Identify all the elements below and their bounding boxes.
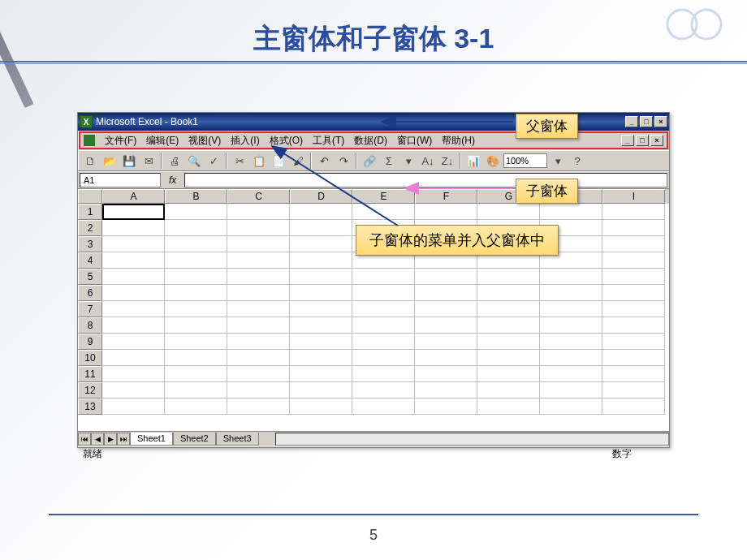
cell[interactable] xyxy=(352,382,415,398)
cell[interactable] xyxy=(227,204,290,220)
cell[interactable] xyxy=(290,382,352,398)
name-box[interactable]: A1 xyxy=(80,173,161,187)
cell[interactable] xyxy=(165,366,227,382)
help-icon[interactable]: ? xyxy=(568,152,586,170)
cell[interactable] xyxy=(415,334,477,350)
tab-prev-icon[interactable]: ◀ xyxy=(91,433,104,446)
menu-help[interactable]: 帮助(H) xyxy=(437,134,480,148)
cell[interactable] xyxy=(165,204,227,220)
cell[interactable] xyxy=(602,366,665,382)
cell[interactable] xyxy=(227,350,290,366)
cell[interactable] xyxy=(540,285,602,301)
cell[interactable] xyxy=(352,269,415,285)
col-header[interactable]: B xyxy=(165,189,227,204)
autosum-icon[interactable]: Σ xyxy=(380,152,398,170)
menu-data[interactable]: 数据(D) xyxy=(349,134,392,148)
save-icon[interactable]: 💾 xyxy=(120,152,138,170)
cell[interactable] xyxy=(352,366,415,382)
redo-icon[interactable]: ↷ xyxy=(335,152,352,170)
zoom-combo[interactable]: 100% xyxy=(503,153,547,168)
copy-icon[interactable]: 📋 xyxy=(250,152,268,170)
cell[interactable] xyxy=(290,285,352,301)
cell[interactable] xyxy=(290,236,352,252)
close-button[interactable]: × xyxy=(654,116,667,127)
chart-icon[interactable]: 📊 xyxy=(464,152,482,170)
cell[interactable] xyxy=(227,252,290,269)
cell[interactable] xyxy=(165,350,227,366)
cell[interactable] xyxy=(352,285,415,301)
cell[interactable] xyxy=(477,350,540,366)
cell[interactable] xyxy=(415,301,477,317)
menu-window[interactable]: 窗口(W) xyxy=(392,134,437,148)
tab-next-icon[interactable]: ▶ xyxy=(104,433,117,446)
cell[interactable] xyxy=(477,269,540,285)
row-header[interactable]: 7 xyxy=(78,301,102,317)
menu-insert[interactable]: 插入(I) xyxy=(226,134,264,148)
horizontal-scrollbar[interactable] xyxy=(275,433,669,446)
paste-icon[interactable]: 📄 xyxy=(270,152,287,170)
cell[interactable] xyxy=(477,285,540,301)
row-header[interactable]: 3 xyxy=(78,236,102,252)
cell[interactable] xyxy=(540,350,602,366)
formula-input[interactable] xyxy=(184,173,667,187)
cell[interactable] xyxy=(290,204,352,220)
cell[interactable] xyxy=(352,398,415,415)
cell[interactable] xyxy=(290,398,352,415)
cell[interactable] xyxy=(352,301,415,317)
cell[interactable] xyxy=(352,350,415,366)
cell[interactable] xyxy=(165,285,227,301)
row-header[interactable]: 5 xyxy=(78,269,102,285)
fx-label[interactable]: fx xyxy=(161,174,184,186)
cell[interactable] xyxy=(602,285,665,301)
cell[interactable] xyxy=(102,398,165,415)
row-header[interactable]: 9 xyxy=(78,334,102,350)
sheet-tab[interactable]: Sheet3 xyxy=(216,433,259,446)
col-header[interactable]: E xyxy=(352,189,415,204)
cell[interactable] xyxy=(540,317,602,334)
cell[interactable] xyxy=(102,285,165,301)
child-restore-button[interactable]: □ xyxy=(636,135,649,146)
cell[interactable] xyxy=(602,236,665,252)
cell[interactable] xyxy=(602,220,665,236)
cell[interactable] xyxy=(102,301,165,317)
row-header[interactable]: 8 xyxy=(78,317,102,334)
cell[interactable] xyxy=(165,236,227,252)
spell-icon[interactable]: ✓ xyxy=(205,152,222,170)
cell[interactable] xyxy=(415,382,477,398)
cell[interactable] xyxy=(477,204,540,220)
cell[interactable] xyxy=(165,334,227,350)
cell[interactable] xyxy=(540,334,602,350)
cell[interactable] xyxy=(227,301,290,317)
cell[interactable] xyxy=(227,285,290,301)
cell[interactable] xyxy=(102,366,165,382)
cell[interactable] xyxy=(352,334,415,350)
tab-last-icon[interactable]: ⏭ xyxy=(117,433,130,446)
cell[interactable] xyxy=(540,269,602,285)
col-header[interactable]: I xyxy=(602,189,665,204)
print-icon[interactable]: 🖨 xyxy=(166,152,184,170)
child-close-button[interactable]: × xyxy=(650,135,663,146)
cell[interactable] xyxy=(415,317,477,334)
format-painter-icon[interactable]: 🖌 xyxy=(289,152,307,170)
row-header[interactable]: 10 xyxy=(78,350,102,366)
cell[interactable] xyxy=(290,350,352,366)
cell[interactable] xyxy=(540,204,602,220)
cell[interactable] xyxy=(602,204,665,220)
menu-tools[interactable]: 工具(T) xyxy=(308,134,349,148)
cell[interactable] xyxy=(290,301,352,317)
cell[interactable] xyxy=(415,204,477,220)
mail-icon[interactable]: ✉ xyxy=(140,152,158,170)
menu-format[interactable]: 格式(O) xyxy=(265,134,308,148)
cell[interactable] xyxy=(290,366,352,382)
cell[interactable] xyxy=(102,334,165,350)
sheet-tab[interactable]: Sheet1 xyxy=(130,433,173,446)
cell[interactable] xyxy=(165,220,227,236)
cell[interactable] xyxy=(602,317,665,334)
cell[interactable] xyxy=(102,350,165,366)
row-header[interactable]: 2 xyxy=(78,220,102,236)
cell[interactable] xyxy=(227,236,290,252)
row-header[interactable]: 6 xyxy=(78,285,102,301)
cell[interactable] xyxy=(165,301,227,317)
cell[interactable] xyxy=(227,334,290,350)
cell[interactable] xyxy=(227,220,290,236)
